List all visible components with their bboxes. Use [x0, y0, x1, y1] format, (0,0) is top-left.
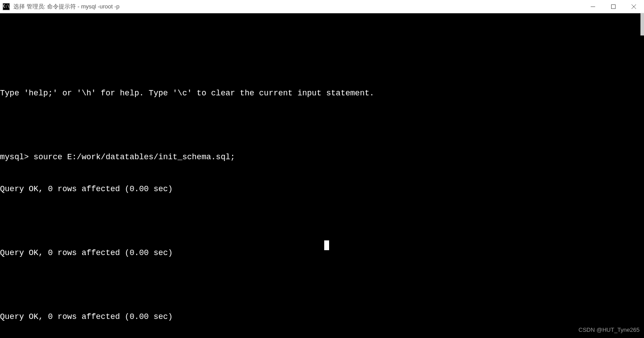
terminal-line	[0, 216, 644, 226]
terminal-line	[0, 56, 644, 67]
maximize-icon	[611, 4, 616, 9]
window-title: 选择 管理员: 命令提示符 - mysql -uroot -p	[13, 3, 583, 11]
close-button[interactable]	[624, 0, 644, 13]
terminal-cursor	[324, 240, 329, 250]
close-icon	[632, 4, 636, 9]
minimize-icon	[591, 4, 595, 9]
terminal-line	[0, 279, 644, 290]
terminal-line: mysql> source E:/work/datatables/init_sc…	[0, 152, 644, 162]
terminal-line: Query OK, 0 rows affected (0.00 sec)	[0, 311, 644, 322]
minimize-button[interactable]	[583, 0, 603, 13]
terminal-content: Type 'help;' or '\h' for help. Type '\c'…	[0, 35, 644, 338]
scrollbar-thumb[interactable]	[640, 13, 644, 35]
maximize-button[interactable]	[603, 0, 624, 13]
terminal-line: Type 'help;' or '\h' for help. Type '\c'…	[0, 88, 644, 98]
terminal-line: Query OK, 0 rows affected (0.00 sec)	[0, 248, 644, 258]
terminal-line: Query OK, 0 rows affected (0.00 sec)	[0, 184, 644, 194]
window-controls	[583, 0, 644, 13]
window-titlebar[interactable]: C:\ 选择 管理员: 命令提示符 - mysql -uroot -p	[0, 0, 644, 13]
svg-rect-1	[612, 4, 616, 8]
cmd-icon: C:\	[3, 3, 10, 10]
terminal-area[interactable]: Type 'help;' or '\h' for help. Type '\c'…	[0, 13, 644, 338]
watermark: CSDN @HUT_Tyne265	[579, 325, 640, 335]
terminal-line	[0, 120, 644, 130]
